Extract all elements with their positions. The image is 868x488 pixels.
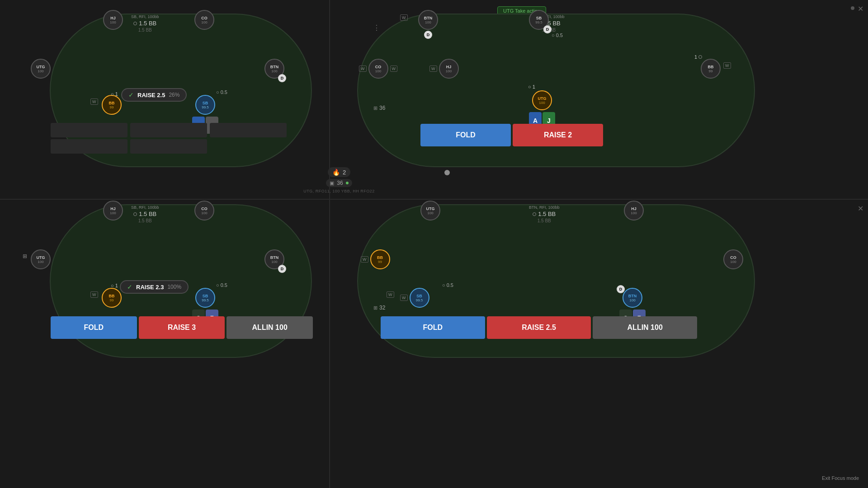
raise-label-bl: RAISE 2.3 xyxy=(136,284,164,291)
player-chip-utg-tl: UTG 100 xyxy=(31,59,51,79)
player-hj-br: HJ 100 xyxy=(624,201,644,221)
fold-button-bl[interactable]: FOLD xyxy=(51,316,137,339)
more-dots-tr[interactable]: ⋮ xyxy=(373,23,380,32)
bb-value-tl: 1.5 BB xyxy=(139,20,156,27)
raise3-button-bl[interactable]: RAISE 3 xyxy=(139,316,225,339)
fold-button-br[interactable]: FOLD xyxy=(381,316,485,339)
pot-chip-indicator: ▣ 36 xyxy=(326,179,352,187)
raise2-button-tr[interactable]: RAISE 2 xyxy=(513,124,603,146)
allin100-button-bl[interactable]: ALLIN 100 xyxy=(226,316,313,339)
player-co-bl: CO 100 xyxy=(194,201,214,221)
w-badge-bb-bl: W xyxy=(90,291,98,298)
pot-sb-tl: ○ 0.5 xyxy=(216,89,227,95)
quadrant-bottom-left: SB, RFI, 100bb 1.5 BB 1.5 BB HJ 100 CO 1… xyxy=(0,200,329,488)
num1-utg-tr: ○ 1 xyxy=(528,84,535,89)
close-icon-tr[interactable]: ✕ xyxy=(858,5,863,13)
pot-fire-indicator: 🔥 2 xyxy=(328,167,350,177)
player-btn-tr: BTN 100 D xyxy=(418,10,438,39)
count-32-br: ⊞ 32 xyxy=(373,305,385,311)
player-utg-tl: UTG 100 xyxy=(31,59,51,79)
pot-fire-value: 2 xyxy=(343,169,346,176)
action-buttons-bl: FOLD RAISE 3 ALLIN 100 xyxy=(51,316,313,339)
bb-sub-tl: 1.5 BB xyxy=(138,28,152,33)
player-bb-br: W BB 99 xyxy=(361,249,390,269)
count-36-tr: ⊞ 36 xyxy=(373,105,385,111)
raise-pct-bl: 100% xyxy=(167,284,181,290)
dot-tr xyxy=(851,6,854,10)
grid-icon-bl: ⊞ xyxy=(23,253,27,259)
player-co-tl: CO 100 xyxy=(194,10,214,30)
scenario-info-bl: SB, RFI, 100bb 1.5 BB 1.5 BB xyxy=(131,205,159,223)
quadrant-top-right: UTG Take action ⋮ UTG, RFI, 100bb 1.5 BB… xyxy=(330,0,868,199)
pot-bl: ○ 0.5 xyxy=(216,282,227,288)
bb-info-tl: 1.5 BB xyxy=(133,20,156,27)
raise-label-tl: RAISE 2.5 xyxy=(137,92,165,99)
scenario-info-br: BTN, RFI, 100bb 1.5 BB 1.5 BB xyxy=(529,205,560,223)
player-utg-bl: UTG 100 xyxy=(31,249,51,269)
quadrant-bottom-right: BTN, RFI, 100bb 1.5 BB 1.5 BB UTG 100 HJ… xyxy=(330,200,868,488)
center-area: 🔥 2 ▣ 36 UTG, RFO11, 100 YBB, HH RFO22 xyxy=(294,167,384,203)
action-buttons-tr: FOLD RAISE 2 xyxy=(420,124,603,146)
num1-tr: 1 xyxy=(694,54,702,60)
num1-bl: ○ 1 xyxy=(111,283,118,288)
player-bb-bl: BB 99 xyxy=(102,288,122,308)
allin100-button-br[interactable]: ALLIN 100 xyxy=(593,316,697,339)
player-btn-tl: BTN 100 D xyxy=(264,59,284,79)
player-sb-br: W SB 99.5 xyxy=(400,288,429,308)
player-hj-bl: HJ 100 xyxy=(103,201,123,221)
w-sb-br: W xyxy=(387,291,394,298)
num1-tl: ○ 1 xyxy=(111,91,118,97)
circle-icon-tl xyxy=(133,22,137,25)
player-hj-tr: W HJ 100 xyxy=(429,59,459,79)
pot-chip-value: 36 xyxy=(337,180,343,186)
pot-br: ○ 0.5 xyxy=(442,282,453,288)
raise-indicator-bl: ✓ RAISE 2.3 100% xyxy=(120,280,189,294)
action-buttons-br: FOLD RAISE 2.5 ALLIN 100 xyxy=(381,316,697,339)
w-badge-bb-tl: W xyxy=(90,99,98,105)
hand-blocks-tl xyxy=(51,123,287,154)
fold-button-tr[interactable]: FOLD xyxy=(420,124,511,146)
exit-focus-label[interactable]: Exit Focus mode xyxy=(822,475,859,481)
player-co-br: CO 100 xyxy=(723,249,743,269)
player-bb-tr: BB 99 xyxy=(701,59,721,79)
player-hj-tl: HJ 100 xyxy=(103,10,123,30)
pot-sb-tr: ○ 0.5 xyxy=(552,33,563,38)
w-badge-tr: W xyxy=(400,14,408,21)
dealer-btn-br: D xyxy=(617,285,625,293)
dealer-btn-tl: D xyxy=(278,74,286,82)
w-badge-bb-tr: W xyxy=(723,62,731,69)
quadrant-top-left: SB, RFI, 100bb 1.5 BB 1.5 BB UTG 100 HJ … xyxy=(0,0,329,199)
raise-pct-tl: 26% xyxy=(169,92,179,98)
player-sb-tr: SB 99.5 D xyxy=(529,10,549,30)
green-dot-center xyxy=(346,182,349,184)
raise25-button-br[interactable]: RAISE 2.5 xyxy=(487,316,591,339)
scenario-label-tl: SB, RFI, 100bb xyxy=(131,14,159,19)
player-btn-bl: BTN 100 D xyxy=(264,249,284,269)
raise-indicator-tl: ✓ RAISE 2.5 26% xyxy=(121,88,187,102)
player-co-tr: W CO 100 W xyxy=(359,59,397,79)
close-icon-br[interactable]: ✕ xyxy=(858,204,863,213)
player-utg-br: UTG 100 xyxy=(420,201,440,221)
player-bb-tl: BB 99 xyxy=(102,95,122,115)
info-text-center: UTG, RFO11, 100 YBB, HH RFO22 xyxy=(303,189,374,193)
scenario-info-tl: SB, RFI, 100bb 1.5 BB 1.5 BB xyxy=(131,14,159,33)
